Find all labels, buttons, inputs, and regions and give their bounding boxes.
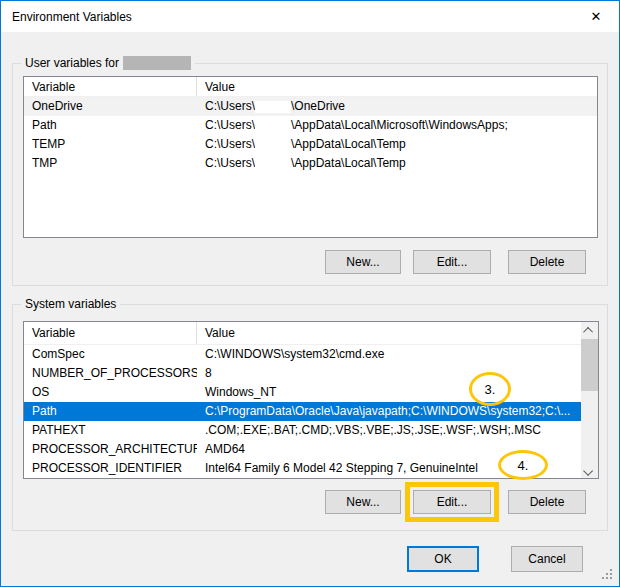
variable-value: .COM;.EXE;.BAT;.CMD;.VBS;.VBE;.JS;.JSE;.… — [197, 421, 581, 440]
system-edit-button[interactable]: Edit... — [413, 490, 491, 514]
variable-name: ComSpec — [24, 345, 197, 364]
variable-name: Path — [24, 116, 197, 135]
redacted-username — [255, 139, 291, 151]
environment-variables-dialog: Environment Variables ✕ User variables f… — [0, 0, 620, 587]
redacted-username-box — [123, 56, 191, 70]
dialog-title: Environment Variables — [1, 10, 132, 24]
system-new-button[interactable]: New... — [325, 490, 401, 514]
variable-value: 8 — [197, 364, 581, 383]
system-variables-group-label: System variables — [21, 297, 120, 311]
scroll-up-button[interactable] — [581, 322, 598, 339]
variable-name: PROCESSOR_IDENTIFIER — [24, 459, 197, 478]
user-variables-table: Variable Value OneDriveC:\Users\\OneDriv… — [23, 76, 598, 238]
variable-value: Windows_NT — [197, 383, 581, 402]
variable-name: PROCESSOR_ARCHITECTURE — [24, 440, 197, 459]
close-icon: ✕ — [591, 9, 602, 24]
user-new-button[interactable]: New... — [325, 250, 401, 274]
resize-grip[interactable] — [601, 568, 613, 580]
redacted-username — [255, 120, 291, 132]
scroll-down-button[interactable] — [581, 461, 598, 478]
user-edit-button[interactable]: Edit... — [413, 250, 491, 274]
table-row-temp[interactable]: TEMPC:\Users\\AppData\Local\Temp — [24, 135, 597, 154]
variable-value: C:\WINDOWS\system32\cmd.exe — [197, 345, 581, 364]
column-header-variable: Variable — [24, 322, 197, 344]
table-row-path[interactable]: PathC:\ProgramData\Oracle\Java\javapath;… — [24, 402, 581, 421]
variable-name: OneDrive — [24, 97, 197, 116]
system-variables-label-text: System variables — [25, 297, 116, 311]
system-variables-table: Variable Value ComSpecC:\WINDOWS\system3… — [23, 321, 599, 479]
variable-value: C:\Users\\AppData\Local\Temp — [197, 135, 597, 154]
variable-value: C:\ProgramData\Oracle\Java\javapath;C:\W… — [197, 402, 581, 421]
chevron-down-icon — [583, 466, 593, 476]
column-header-value: Value — [197, 322, 598, 344]
ok-button[interactable]: OK — [407, 546, 479, 572]
variable-name: OS — [24, 383, 197, 402]
redacted-username — [255, 158, 291, 170]
user-variables-rows: OneDriveC:\Users\\OneDrivePathC:\Users\\… — [24, 97, 597, 173]
variable-name: TEMP — [24, 135, 197, 154]
table-header: Variable Value — [24, 322, 598, 345]
user-variables-group-label: User variables for — [21, 56, 195, 70]
table-row-tmp[interactable]: TMPC:\Users\\AppData\Local\Temp — [24, 154, 597, 173]
table-row-processor-architecture[interactable]: PROCESSOR_ARCHITECTUREAMD64 — [24, 440, 581, 459]
table-row-comspec[interactable]: ComSpecC:\WINDOWS\system32\cmd.exe — [24, 345, 581, 364]
system-variables-rows: ComSpecC:\WINDOWS\system32\cmd.exeNUMBER… — [24, 345, 581, 478]
chevron-up-icon — [583, 327, 593, 337]
variable-value: C:\Users\\AppData\Local\Microsoft\Window… — [197, 116, 597, 135]
table-row-onedrive[interactable]: OneDriveC:\Users\\OneDrive — [24, 97, 597, 116]
system-delete-button[interactable]: Delete — [508, 490, 586, 514]
redacted-username — [255, 101, 291, 113]
variable-value: Intel64 Family 6 Model 42 Stepping 7, Ge… — [197, 459, 581, 478]
table-row-number-of-processors[interactable]: NUMBER_OF_PROCESSORS8 — [24, 364, 581, 383]
table-row-path[interactable]: PathC:\Users\\AppData\Local\Microsoft\Wi… — [24, 116, 597, 135]
variable-value: AMD64 — [197, 440, 581, 459]
column-header-variable: Variable — [24, 77, 197, 96]
column-header-value: Value — [197, 77, 597, 96]
variable-name: NUMBER_OF_PROCESSORS — [24, 364, 197, 383]
table-row-os[interactable]: OSWindows_NT — [24, 383, 581, 402]
user-delete-button[interactable]: Delete — [508, 250, 586, 274]
cancel-button[interactable]: Cancel — [511, 546, 583, 572]
title-bar: Environment Variables ✕ — [1, 1, 619, 32]
close-button[interactable]: ✕ — [574, 2, 618, 30]
table-row-processor-identifier[interactable]: PROCESSOR_IDENTIFIERIntel64 Family 6 Mod… — [24, 459, 581, 478]
variable-name: PATHEXT — [24, 421, 197, 440]
table-row-pathext[interactable]: PATHEXT.COM;.EXE;.BAT;.CMD;.VBS;.VBE;.JS… — [24, 421, 581, 440]
user-variables-label-text: User variables for — [25, 56, 119, 70]
table-header: Variable Value — [24, 77, 597, 97]
variable-value: C:\Users\\OneDrive — [197, 97, 597, 116]
variable-name: TMP — [24, 154, 197, 173]
scroll-thumb[interactable] — [581, 339, 598, 391]
variable-value: C:\Users\\AppData\Local\Temp — [197, 154, 597, 173]
variable-name: Path — [24, 402, 197, 421]
scrollbar — [581, 322, 598, 478]
